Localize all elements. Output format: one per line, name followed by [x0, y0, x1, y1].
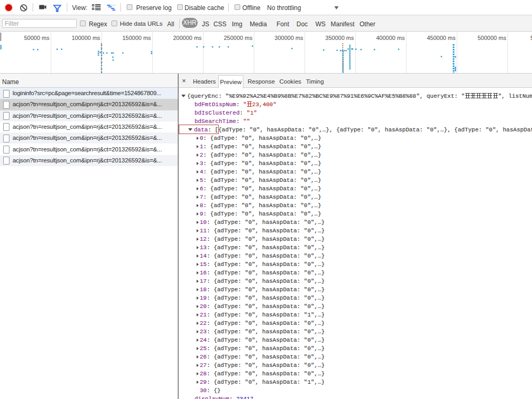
- svg-text:250000 ms: 250000 ms: [224, 35, 253, 41]
- svg-text:450000 ms: 450000 ms: [427, 35, 456, 41]
- svg-text:100000 ms: 100000 ms: [71, 35, 100, 41]
- svg-text:500000 ms: 500000 ms: [477, 35, 506, 41]
- svg-text:200000 ms: 200000 ms: [173, 35, 202, 41]
- svg-text:400000 ms: 400000 ms: [376, 35, 405, 41]
- svg-text:50000 ms: 50000 ms: [24, 35, 50, 41]
- svg-text:350000 ms: 350000 ms: [325, 35, 354, 41]
- svg-text:300000 ms: 300000 ms: [274, 35, 303, 41]
- svg-text:150000 ms: 150000 ms: [122, 35, 151, 41]
